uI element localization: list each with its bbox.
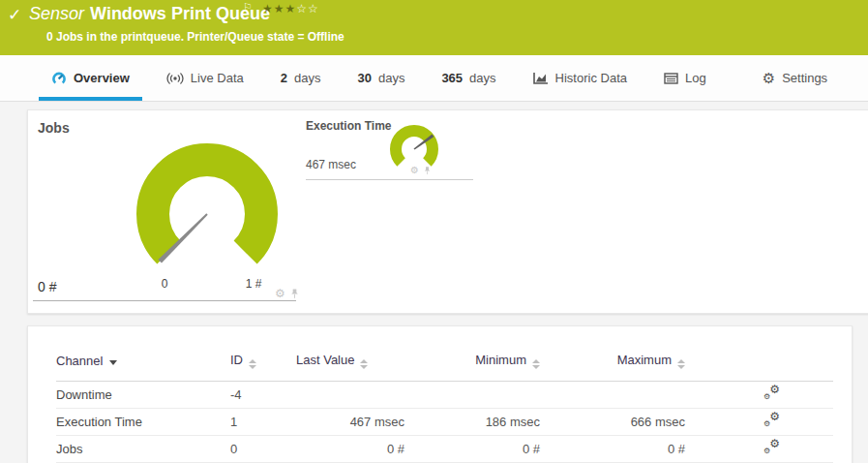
channel-name: Jobs xyxy=(56,436,230,463)
spacer-cell xyxy=(780,436,833,463)
tab-prefix: 365 xyxy=(441,71,463,85)
gear-icon: ⚙ xyxy=(763,420,770,428)
channel-settings-gears-icon[interactable]: ⚙ ⚙ xyxy=(763,441,780,455)
column-label: Last Value xyxy=(296,353,354,367)
channel-maximum xyxy=(548,382,693,409)
tab-bar: Overview Live Data 2 days 30 days 365 da… xyxy=(0,55,868,102)
channel-id: -4 xyxy=(230,382,296,409)
tab-live-data[interactable]: Live Data xyxy=(154,55,256,101)
tab-label: days xyxy=(469,71,495,85)
column-label: ID xyxy=(230,353,243,367)
status-ok-check-icon: ✓ xyxy=(8,5,21,25)
jobs-current-value: 0 # xyxy=(38,279,56,294)
tab-label: Overview xyxy=(74,71,130,85)
gear-icon: ⚙ xyxy=(763,393,770,401)
spacer-cell xyxy=(780,409,833,436)
sort-icon xyxy=(360,359,368,369)
column-label: Minimum xyxy=(475,353,526,367)
channel-last-value: 467 msec xyxy=(296,409,412,436)
sensor-status-message: 0 Jobs in the printqueue. Printer/Queue … xyxy=(46,30,344,44)
gear-icon: ⚙ xyxy=(763,71,775,85)
tab-label: Historic Data xyxy=(555,71,627,85)
execution-time-gauge-title: Execution Time xyxy=(306,119,391,133)
divider xyxy=(33,300,296,301)
tab-2-days[interactable]: 2 days xyxy=(268,55,334,101)
gear-icon: ⚙ xyxy=(763,448,770,455)
tab-prefix: 30 xyxy=(357,71,371,85)
channels-panel: Channel ID Last Value Minimum Maximum xyxy=(27,325,853,463)
table-row-jobs[interactable]: Jobs 0 0 # 0 # 0 # ⚙ ⚙ xyxy=(56,436,833,463)
channel-id: 1 xyxy=(230,409,296,436)
tab-365-days[interactable]: 365 days xyxy=(429,55,508,101)
sorted-desc-icon xyxy=(109,360,117,365)
channel-settings-gears-icon[interactable]: ⚙ ⚙ xyxy=(763,414,780,428)
pin-icon[interactable] xyxy=(423,166,432,175)
live-data-icon xyxy=(166,73,184,84)
column-header-minimum[interactable]: Minimum xyxy=(412,340,548,382)
gear-icon[interactable]: ⚙ xyxy=(275,288,285,299)
jobs-gauge-title: Jobs xyxy=(38,120,70,136)
gear-icon: ⚙ xyxy=(769,438,780,449)
column-header-actions xyxy=(693,340,780,382)
flag-icon: ⚐ xyxy=(243,1,253,14)
channel-minimum: 0 # xyxy=(412,436,548,463)
table-header-row: Channel ID Last Value Minimum Maximum xyxy=(56,340,833,382)
channel-name: Execution Time xyxy=(56,409,230,436)
channel-maximum: 0 # xyxy=(548,436,693,463)
channel-settings-gears-icon[interactable]: ⚙ ⚙ xyxy=(763,386,780,401)
table-row-downtime[interactable]: Downtime -4 ⚙ ⚙ xyxy=(56,382,833,409)
jobs-gauge-max-label: 1 # xyxy=(240,277,267,291)
tab-historic-data[interactable]: Historic Data xyxy=(521,55,640,101)
tab-label: days xyxy=(378,71,404,85)
sensor-header: ✓ SensorWindows Print Queue ⚐ ★★★☆☆ 0 Jo… xyxy=(0,0,868,55)
column-header-spacer xyxy=(780,340,833,382)
priority-stars-filled[interactable]: ★★★ xyxy=(262,2,296,15)
column-header-maximum[interactable]: Maximum xyxy=(548,340,693,382)
channel-minimum xyxy=(412,382,548,409)
divider xyxy=(306,179,473,180)
pin-icon[interactable] xyxy=(289,288,300,299)
channel-settings-cell: ⚙ ⚙ xyxy=(693,382,780,409)
gauge-icon xyxy=(51,71,67,86)
execution-time-gauge-controls: ⚙ xyxy=(410,166,432,175)
column-label: Channel xyxy=(56,354,103,368)
tab-label: days xyxy=(294,71,320,85)
spacer-cell xyxy=(780,382,833,409)
area-chart-icon xyxy=(533,72,549,85)
column-label: Maximum xyxy=(617,353,672,367)
table-row-execution-time[interactable]: Execution Time 1 467 msec 186 msec 666 m… xyxy=(56,409,833,436)
sort-icon xyxy=(677,359,685,369)
tab-label: Live Data xyxy=(191,71,244,85)
tab-30-days[interactable]: 30 days xyxy=(344,55,417,101)
sort-icon xyxy=(249,359,256,369)
tab-settings[interactable]: ⚙ Settings xyxy=(750,55,840,101)
sensor-type-label: Sensor xyxy=(29,4,84,23)
sensor-title-line: SensorWindows Print Queue xyxy=(29,4,270,24)
channels-table: Channel ID Last Value Minimum Maximum xyxy=(56,340,833,463)
column-header-last-value[interactable]: Last Value xyxy=(296,340,412,382)
tab-overview[interactable]: Overview xyxy=(39,55,142,101)
sort-icon xyxy=(532,359,540,369)
channel-settings-cell: ⚙ ⚙ xyxy=(693,409,780,436)
tab-label: Log xyxy=(685,71,706,85)
gear-icon[interactable]: ⚙ xyxy=(410,166,419,175)
content-area: Jobs 0 1 # 0 # ⚙ Execution Time 467 msec… xyxy=(0,102,868,463)
gauges-panel: Jobs 0 1 # 0 # ⚙ Execution Time 467 msec… xyxy=(27,109,868,314)
channel-id: 0 xyxy=(230,436,296,463)
priority-stars-empty[interactable]: ☆☆ xyxy=(296,2,319,15)
priority-stars[interactable]: ★★★☆☆ xyxy=(262,2,319,15)
tab-label: Settings xyxy=(782,71,827,85)
channel-last-value xyxy=(296,382,412,409)
channel-settings-cell: ⚙ ⚙ xyxy=(693,436,780,463)
channel-maximum: 666 msec xyxy=(548,409,693,436)
channel-name: Downtime xyxy=(56,382,230,409)
channel-last-value: 0 # xyxy=(296,436,412,463)
channel-minimum: 186 msec xyxy=(412,409,548,436)
column-header-channel[interactable]: Channel xyxy=(56,340,230,382)
tab-prefix: 2 xyxy=(281,71,287,85)
log-list-icon xyxy=(664,73,678,84)
column-header-id[interactable]: ID xyxy=(230,340,296,382)
tab-log[interactable]: Log xyxy=(651,55,719,101)
jobs-gauge-min-label: 0 xyxy=(151,277,178,291)
jobs-gauge-controls: ⚙ xyxy=(275,288,300,299)
